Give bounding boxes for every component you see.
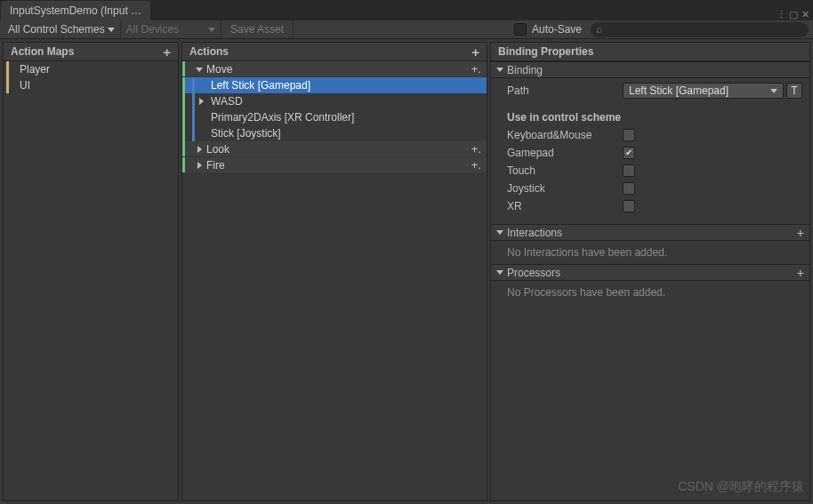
action-item[interactable]: Fire+.: [182, 157, 487, 173]
add-action-map-button[interactable]: +: [163, 44, 171, 60]
binding-color-bar: [192, 125, 195, 141]
action-map-item[interactable]: UI: [4, 77, 178, 93]
action-map-label: Player: [20, 63, 50, 76]
path-row: Path Left Stick [Gamepad] T: [507, 82, 802, 100]
scheme-checkbox[interactable]: [623, 182, 635, 195]
binding-item[interactable]: Primary2DAxis [XR Controller]: [182, 109, 487, 125]
binding-section-header[interactable]: Binding: [491, 61, 809, 78]
auto-save-checkbox[interactable]: [514, 23, 527, 36]
color-bar: [182, 109, 185, 125]
use-in-scheme-label: Use in control scheme: [507, 111, 621, 124]
search-icon: ⌕: [596, 23, 602, 36]
add-binding-button[interactable]: +.: [471, 143, 481, 155]
scheme-row: XR: [507, 197, 802, 215]
close-icon[interactable]: ✕: [801, 9, 809, 20]
main-panels: Action Maps + PlayerUI Actions + Move+.L…: [0, 39, 813, 504]
foldout-icon: [496, 270, 503, 275]
color-bar: [182, 93, 185, 109]
scheme-label: Keyboard&Mouse: [507, 129, 623, 141]
color-bar: [6, 61, 9, 77]
maximize-icon[interactable]: ▢: [789, 9, 798, 20]
scheme-checkbox[interactable]: [623, 200, 635, 212]
control-schemes-label: All Control Schemes: [8, 23, 105, 36]
tab-bar: InputSystemDemo (Input … ⋮ ▢ ✕: [0, 0, 813, 20]
binding-section-body: Path Left Stick [Gamepad] T Use in contr…: [491, 78, 809, 224]
path-value: Left Stick [Gamepad]: [629, 84, 728, 97]
add-binding-button[interactable]: +.: [471, 63, 481, 75]
foldout-icon[interactable]: [194, 63, 205, 76]
foldout-icon: [496, 68, 503, 72]
use-in-scheme-header: Use in control scheme: [507, 108, 802, 126]
control-schemes-dropdown[interactable]: All Control Schemes: [3, 20, 121, 38]
action-map-label: UI: [20, 79, 30, 92]
asset-tab[interactable]: InputSystemDemo (Input …: [1, 1, 150, 20]
auto-save-label: Auto-Save: [532, 23, 582, 36]
actions-list: Move+.Left Stick [Gamepad]WASDPrimary2DA…: [182, 61, 487, 500]
chevron-down-icon: [208, 28, 215, 32]
scheme-checkbox[interactable]: [623, 147, 635, 159]
listen-button[interactable]: T: [786, 83, 802, 99]
color-bar: [182, 125, 185, 141]
window-controls: ⋮ ▢ ✕: [777, 9, 813, 20]
chevron-down-icon: [770, 89, 777, 93]
add-interaction-button[interactable]: +: [797, 226, 804, 240]
actions-header: Actions +: [182, 43, 487, 61]
binding-item[interactable]: Stick [Joystick]: [182, 125, 487, 141]
scheme-label: XR: [507, 200, 623, 212]
path-label: Path: [507, 84, 623, 97]
action-item[interactable]: Look+.: [182, 141, 487, 157]
color-bar: [182, 141, 185, 156]
binding-item[interactable]: Left Stick [Gamepad]: [182, 77, 487, 93]
binding-properties-panel: Binding Properties Binding Path Left Sti…: [490, 42, 810, 501]
add-processor-button[interactable]: +: [797, 266, 804, 280]
scheme-row: Keyboard&Mouse: [507, 126, 802, 144]
scheme-label: Joystick: [507, 182, 623, 195]
scheme-label: Touch: [507, 164, 623, 177]
add-action-button[interactable]: +: [471, 44, 479, 60]
processors-section-header[interactable]: Processors +: [491, 264, 809, 281]
foldout-icon: [496, 230, 503, 235]
color-bar: [182, 61, 185, 76]
color-bar: [182, 77, 185, 93]
action-label: Move: [205, 63, 232, 76]
devices-dropdown[interactable]: All Devices: [121, 20, 221, 38]
binding-label: Left Stick [Gamepad]: [207, 79, 310, 92]
binding-color-bar: [192, 77, 195, 93]
save-asset-label: Save Asset: [230, 23, 284, 36]
binding-label: Stick [Joystick]: [207, 127, 281, 140]
chevron-down-icon: [108, 28, 115, 32]
binding-item[interactable]: WASD: [182, 93, 487, 109]
interactions-empty-text: No Interactions have been added.: [491, 241, 809, 264]
action-item[interactable]: Move+.: [182, 61, 487, 77]
search-input[interactable]: ⌕: [591, 22, 809, 37]
action-maps-list: PlayerUI: [4, 61, 178, 500]
color-bar: [6, 77, 9, 93]
action-map-item[interactable]: Player: [4, 61, 178, 77]
action-label: Look: [205, 143, 229, 156]
auto-save-toggle[interactable]: Auto-Save: [505, 23, 591, 36]
scheme-label: Gamepad: [507, 147, 623, 159]
action-label: Fire: [205, 159, 225, 172]
devices-label: All Devices: [126, 23, 179, 36]
actions-panel: Actions + Move+.Left Stick [Gamepad]WASD…: [181, 42, 487, 501]
path-dropdown[interactable]: Left Stick [Gamepad]: [623, 83, 784, 99]
foldout-icon[interactable]: [195, 98, 207, 105]
scheme-checkbox[interactable]: [623, 129, 635, 141]
binding-properties-header: Binding Properties: [491, 43, 809, 61]
foldout-icon[interactable]: [194, 143, 205, 156]
save-asset-button[interactable]: Save Asset: [221, 20, 294, 38]
processors-empty-text: No Processors have been added.: [491, 281, 809, 304]
foldout-icon[interactable]: [194, 159, 205, 172]
binding-label: Primary2DAxis [XR Controller]: [207, 111, 354, 124]
action-maps-header: Action Maps +: [4, 43, 178, 61]
scheme-row: Touch: [507, 162, 802, 180]
scheme-row: Joystick: [507, 180, 802, 197]
tab-title: InputSystemDemo (Input …: [10, 4, 141, 17]
binding-color-bar: [192, 109, 195, 125]
action-maps-panel: Action Maps + PlayerUI: [3, 42, 179, 501]
scheme-checkbox[interactable]: [623, 164, 635, 177]
toolbar: All Control Schemes All Devices Save Ass…: [0, 20, 813, 39]
add-binding-button[interactable]: +.: [471, 159, 481, 171]
menu-icon[interactable]: ⋮: [777, 9, 785, 20]
interactions-section-header[interactable]: Interactions +: [491, 224, 809, 241]
